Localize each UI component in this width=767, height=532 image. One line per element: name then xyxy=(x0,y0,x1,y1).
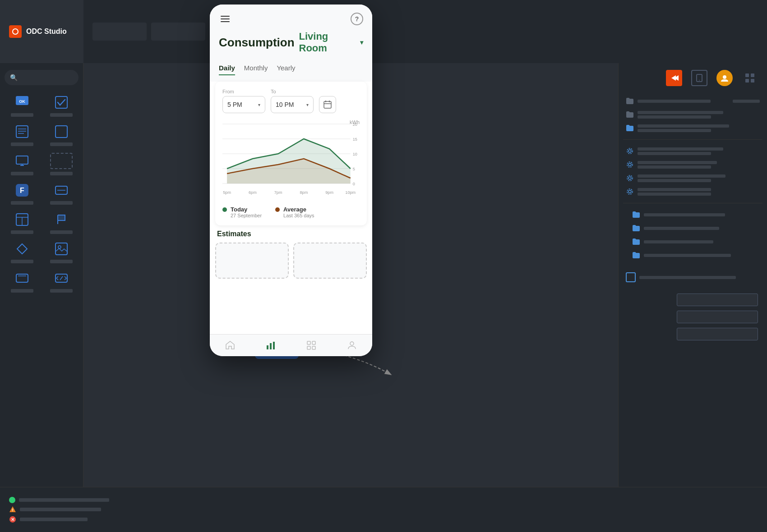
dashed-container-icon xyxy=(50,153,73,169)
nav-grid-button[interactable] xyxy=(305,339,318,352)
right-file-item-2[interactable] xyxy=(623,109,762,120)
svg-point-37 xyxy=(628,163,631,166)
svg-point-29 xyxy=(699,80,700,81)
top-bar-tabs xyxy=(83,0,767,63)
title-consumption: Consumption xyxy=(219,36,295,50)
sidebar-item-function[interactable]: F xyxy=(5,182,39,205)
svg-point-36 xyxy=(627,148,633,154)
sidebar-item-text[interactable] xyxy=(5,124,39,146)
profile-icon xyxy=(347,340,357,351)
right-special-item-4[interactable] xyxy=(623,186,762,197)
right-file-item-3[interactable] xyxy=(623,122,762,134)
code-icon xyxy=(50,270,73,286)
search-bar[interactable]: 🔍 xyxy=(5,70,79,85)
special-line-4b xyxy=(638,193,711,196)
file-line xyxy=(638,100,711,103)
left-sidebar: 🔍 OK xyxy=(0,63,83,532)
help-button[interactable]: ? xyxy=(351,13,363,25)
to-time-select[interactable]: 10 PM ▾ xyxy=(271,96,314,113)
right-icon-user[interactable] xyxy=(716,70,733,86)
right-file-lines-2 xyxy=(638,111,760,119)
right-special-item-2[interactable] xyxy=(623,159,762,170)
right-icon-arrow[interactable] xyxy=(666,70,682,86)
charts-icon xyxy=(265,340,276,351)
function-icon: F xyxy=(11,182,33,198)
phone-title: Consumption Living Room ▾ xyxy=(219,31,363,54)
special-line-2b xyxy=(638,165,711,169)
sidebar-item-flag[interactable] xyxy=(44,211,79,234)
sidebar-label-function xyxy=(11,201,33,205)
svg-text:5: 5 xyxy=(353,167,355,171)
sidebar-item-video[interactable] xyxy=(5,270,39,293)
hamburger-menu-button[interactable] xyxy=(219,14,231,24)
right-icon-grid[interactable] xyxy=(742,70,758,86)
from-time-select[interactable]: 5 PM ▾ xyxy=(222,96,265,113)
calendar-button[interactable] xyxy=(319,96,336,113)
svg-point-39 xyxy=(628,177,631,179)
tab-yearly[interactable]: Yearly xyxy=(277,61,295,75)
right-input-field-1[interactable] xyxy=(677,294,758,306)
svg-point-30 xyxy=(723,75,726,79)
special-lines-2 xyxy=(638,161,760,169)
top-bar: ODC Studio xyxy=(0,0,767,63)
sidebar-label-container xyxy=(50,142,73,146)
title-room-selector[interactable]: Living Room ▾ xyxy=(299,31,363,54)
special-line-3b xyxy=(638,179,711,182)
status-text-orange xyxy=(20,508,101,511)
svg-text:6pm: 6pm xyxy=(249,190,257,195)
nav-home-button[interactable] xyxy=(224,339,236,352)
tab-daily[interactable]: Daily xyxy=(219,61,235,75)
right-nested-item-2[interactable] xyxy=(623,222,762,234)
sidebar-item-image[interactable] xyxy=(44,241,79,263)
sidebar-item-input[interactable] xyxy=(44,182,79,205)
sidebar-item-code[interactable] xyxy=(44,270,79,293)
nested-lines-2 xyxy=(644,227,760,230)
right-nested-item-1[interactable] xyxy=(623,209,762,220)
sidebar-item-ok[interactable]: OK xyxy=(5,94,39,117)
svg-rect-8 xyxy=(55,126,67,138)
sidebar-item-screen[interactable] xyxy=(5,153,39,175)
from-label: From xyxy=(222,89,265,94)
sidebar-label-flag xyxy=(50,230,73,234)
tab-monthly[interactable]: Monthly xyxy=(244,61,268,75)
right-input-field-2[interactable] xyxy=(677,311,758,323)
svg-text:!: ! xyxy=(12,508,14,512)
svg-text:5pm: 5pm xyxy=(223,190,231,195)
to-chevron-icon: ▾ xyxy=(306,102,309,107)
right-file-item-1[interactable] xyxy=(623,95,762,107)
right-bottom-item-main[interactable] xyxy=(623,270,762,284)
svg-rect-43 xyxy=(324,101,331,108)
nav-charts-button[interactable] xyxy=(264,339,277,352)
svg-text:8pm: 8pm xyxy=(300,190,308,195)
top-bar-tab-1[interactable] xyxy=(92,23,147,41)
right-special-item-3[interactable] xyxy=(623,172,762,184)
special-line-2 xyxy=(638,161,717,164)
estimates-label: Estimates xyxy=(215,230,367,238)
svg-text:OK: OK xyxy=(19,99,25,104)
sidebar-item-checkbox[interactable] xyxy=(44,94,79,117)
sidebar-item-table[interactable] xyxy=(5,211,39,234)
right-nested-item-3[interactable] xyxy=(623,236,762,248)
sidebar-label-input xyxy=(50,201,73,205)
sidebar-item-container[interactable] xyxy=(44,124,79,146)
folder-closed-icon xyxy=(626,97,634,105)
right-input-field-3[interactable] xyxy=(677,328,758,340)
right-special-item-1[interactable] xyxy=(623,145,762,157)
special-line-3 xyxy=(638,174,725,178)
hamburger-line-1 xyxy=(221,16,230,17)
sidebar-item-dashed[interactable] xyxy=(44,153,79,175)
svg-point-70 xyxy=(350,342,354,345)
sidebar-item-diamond[interactable] xyxy=(5,241,39,263)
right-nested-item-4[interactable] xyxy=(623,249,762,261)
svg-rect-63 xyxy=(267,345,268,349)
from-time-value: 5 PM xyxy=(227,101,242,108)
right-icon-phone[interactable] xyxy=(691,70,707,86)
phone-estimates: Estimates xyxy=(210,230,372,284)
top-bar-tab-2[interactable] xyxy=(151,23,205,41)
text-icon xyxy=(11,124,33,140)
nested-line-4 xyxy=(644,254,731,257)
svg-rect-66 xyxy=(307,341,310,344)
nav-profile-button[interactable] xyxy=(346,339,358,352)
folder-closed-icon-2 xyxy=(626,110,634,119)
nested-line-3 xyxy=(644,240,713,243)
